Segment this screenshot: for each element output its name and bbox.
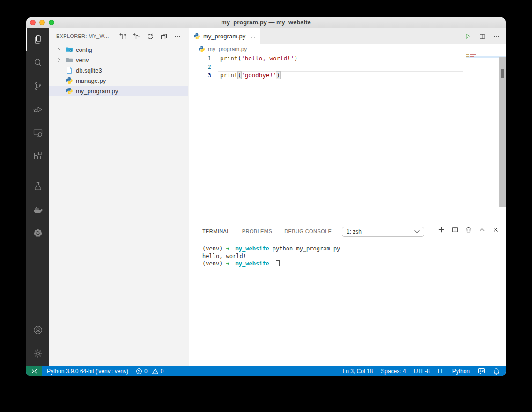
extensions-icon (32, 151, 44, 162)
tab-debug-console[interactable]: DEBUG CONSOLE (284, 228, 332, 236)
activity-item-run-and-debug[interactable] (26, 98, 49, 121)
code-line-1[interactable]: 1 print('hello, world!') (189, 54, 499, 63)
activity-item-settings[interactable] (26, 342, 49, 365)
prompt-cwd: my_website (236, 260, 269, 267)
tree-row-venv[interactable]: venv (49, 55, 188, 65)
tree-row-my-program-py[interactable]: my_program.py (49, 86, 188, 96)
prompt-arrow: ➜ (226, 260, 229, 267)
remote-icon (31, 368, 37, 375)
line-number[interactable]: 2 (189, 63, 211, 71)
panel-actions (438, 226, 499, 233)
config-folder-icon (66, 46, 73, 53)
editor-scrollbar[interactable] (499, 57, 506, 207)
split-terminal-button[interactable] (451, 226, 458, 233)
explorer-actions (119, 33, 181, 40)
line-number[interactable]: 1 (189, 54, 211, 63)
terminal-line: (venv)➜my_website (202, 260, 501, 267)
more-actions-icon[interactable] (174, 33, 181, 40)
error-icon (136, 368, 142, 375)
activity-item-explorer[interactable] (26, 28, 49, 51)
explorer-sidebar: EXPLORER: MY_W... config (49, 28, 189, 366)
titlebar: my_program.py — my_website (26, 17, 506, 28)
encoding-status[interactable]: UTF-8 (414, 368, 430, 375)
language-mode-status[interactable]: Python (452, 368, 470, 375)
tab-label: my_program.py (203, 33, 245, 40)
code-line-2[interactable]: 2 (189, 63, 499, 71)
activity-item-docker[interactable] (26, 199, 49, 221)
terminal-output[interactable]: (venv)➜my_websitepython my_program.py he… (202, 245, 501, 267)
minimap[interactable] (466, 54, 476, 55)
remote-explorer-icon (32, 127, 44, 139)
activity-item-remote-explorer[interactable] (26, 122, 49, 144)
activity-item-accounts[interactable] (26, 319, 49, 341)
cursor-position-status[interactable]: Ln 3, Col 18 (343, 368, 373, 375)
python-file-icon (66, 77, 73, 84)
activity-item-search[interactable] (26, 52, 49, 74)
tree-row-config[interactable]: config (49, 44, 188, 55)
file-tree: config venv db.sqlite3 manage.py (49, 44, 188, 96)
scrollbar-thumb[interactable] (501, 69, 504, 78)
zoom-window-button[interactable] (49, 20, 54, 25)
terminal-line: (venv)➜my_websitepython my_program.py (202, 245, 501, 252)
prompt-arrow: ➜ (226, 245, 229, 252)
kill-terminal-trash-icon[interactable] (465, 226, 472, 233)
maximize-panel-chevron-up-icon[interactable] (479, 226, 486, 233)
terminal-line: hello, world! (202, 252, 501, 260)
eol-status[interactable]: LF (438, 368, 444, 375)
account-icon (32, 324, 44, 336)
terminal-picker-dropdown[interactable]: 1: zsh (342, 227, 424, 237)
indentation-status[interactable]: Spaces: 4 (381, 368, 406, 375)
refresh-icon[interactable] (147, 33, 154, 40)
chevron-right-icon (56, 57, 62, 63)
warning-icon (152, 368, 159, 375)
close-tab-icon[interactable] (251, 34, 256, 39)
tab-problems[interactable]: PROBLEMS (242, 228, 272, 236)
test-flask-icon (32, 181, 44, 192)
tree-row-db-sqlite3[interactable]: db.sqlite3 (49, 65, 188, 75)
notifications-bell-icon[interactable] (493, 368, 500, 375)
python-file-icon (193, 33, 200, 40)
source-control-icon (32, 81, 44, 92)
split-editor-button[interactable] (479, 33, 486, 40)
new-terminal-button[interactable] (438, 226, 445, 233)
vscode-window: my_program.py — my_website (26, 17, 506, 376)
activity-item-extensions[interactable] (26, 145, 49, 168)
close-panel-icon[interactable] (492, 226, 499, 233)
status-bar: Python 3.9.0 64-bit ('venv': venv) 0 0 L… (26, 366, 506, 376)
file-name: manage.py (76, 77, 106, 84)
chevron-right-icon (56, 47, 62, 52)
new-folder-button[interactable] (133, 33, 140, 40)
feedback-icon[interactable] (478, 368, 485, 375)
tree-row-manage-py[interactable]: manage.py (49, 75, 188, 86)
run-python-file-button[interactable] (464, 32, 472, 40)
new-file-button[interactable] (119, 33, 127, 40)
breadcrumb[interactable]: my_program.py (189, 44, 506, 54)
file-name: db.sqlite3 (76, 67, 102, 74)
search-icon (32, 57, 44, 68)
activity-item-source-control[interactable] (26, 75, 49, 97)
editor-tab-bar: my_program.py (189, 28, 506, 44)
terminal-picker-value: 1: zsh (347, 228, 362, 235)
line-number[interactable]: 3 (189, 71, 211, 80)
kubernetes-icon (32, 228, 44, 239)
close-window-button[interactable] (30, 20, 36, 25)
minimize-window-button[interactable] (39, 20, 45, 25)
explorer-title: EXPLORER: MY_W... (56, 33, 109, 39)
problems-status[interactable]: 0 0 (136, 368, 163, 375)
code-line-3[interactable]: 3 print('goodbye!') (189, 71, 499, 80)
bottom-panel: TERMINAL PROBLEMS DEBUG CONSOLE 1: zsh (… (189, 221, 506, 366)
remote-indicator[interactable] (26, 366, 42, 376)
python-file-icon (66, 87, 73, 95)
gear-icon (32, 348, 44, 359)
activity-item-kubernetes[interactable] (26, 222, 49, 244)
collapse-folders-button[interactable] (160, 33, 168, 40)
warning-count: 0 (161, 368, 164, 375)
terminal-cursor (276, 260, 280, 266)
activity-item-testing[interactable] (26, 175, 49, 198)
tab-my-program-py[interactable]: my_program.py (189, 28, 260, 44)
tab-terminal[interactable]: TERMINAL (202, 228, 230, 236)
prompt-cwd: my_website (236, 245, 269, 252)
python-interpreter-status[interactable]: Python 3.9.0 64-bit ('venv': venv) (47, 368, 128, 375)
explorer-icon (32, 34, 44, 45)
more-actions-icon[interactable] (493, 33, 500, 40)
